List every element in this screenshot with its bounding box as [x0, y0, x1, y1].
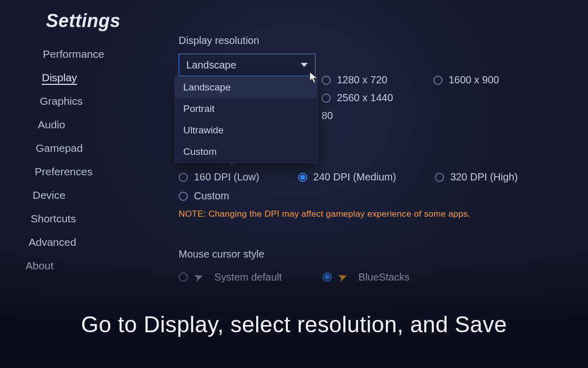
- radio-icon: [435, 173, 444, 182]
- sidebar-item-graphics[interactable]: Graphics: [31, 91, 136, 111]
- radio-icon: [322, 94, 331, 103]
- radio-icon: [298, 173, 307, 182]
- dpi-custom-label: Custom: [194, 190, 229, 202]
- sidebar-item-display[interactable]: Display: [33, 67, 136, 88]
- resolution-option-1600x900[interactable]: 1600 x 900: [433, 74, 499, 86]
- cursor-option-label: BlueStacks: [358, 271, 409, 283]
- resolution-option-2560x1440[interactable]: 2560 x 1440: [322, 92, 393, 104]
- dpi-label: 160 DPI (Low): [194, 171, 259, 183]
- orientation-option-portrait[interactable]: Portrait: [175, 98, 317, 120]
- display-resolution-label: Display resolution: [179, 35, 567, 47]
- cursor-system-icon: ➤: [192, 269, 205, 285]
- sidebar-item-shortcuts[interactable]: Shortcuts: [21, 209, 136, 229]
- resolution-label: 2560 x 1440: [337, 92, 393, 104]
- dpi-option-320[interactable]: 320 DPI (High): [435, 171, 518, 183]
- chevron-down-icon: [301, 63, 308, 67]
- cursor-bluestacks-icon: ➤: [336, 269, 349, 285]
- resolution-partial-label: 80: [322, 110, 333, 122]
- dpi-warning-note: NOTE: Changing the DPI may affect gamepl…: [179, 209, 567, 219]
- resolution-label: 1280 x 720: [337, 74, 387, 86]
- sidebar-item-audio[interactable]: Audio: [29, 114, 136, 135]
- dpi-label: 240 DPI (Medium): [313, 171, 396, 183]
- sidebar-item-performance[interactable]: Performance: [34, 44, 136, 64]
- cursor-option-system-default[interactable]: ➤ System default: [179, 270, 282, 284]
- dpi-option-160[interactable]: 160 DPI (Low): [179, 171, 259, 183]
- sidebar-item-gamepad[interactable]: Gamepad: [27, 138, 136, 158]
- resolution-option-1280x720[interactable]: 1280 x 720: [322, 74, 387, 86]
- radio-icon: [179, 173, 188, 182]
- mouse-cursor-section: Mouse cursor style ➤ System default ➤ Bl…: [179, 248, 567, 284]
- radio-icon: [179, 192, 188, 201]
- sidebar-item-device[interactable]: Device: [23, 185, 136, 205]
- dpi-option-custom[interactable]: Custom: [179, 190, 229, 202]
- resolution-options: 1280 x 720 1600 x 900 2560 x 1440 80: [322, 74, 567, 128]
- display-panel: Display resolution Landscape Landscape P…: [179, 35, 567, 76]
- settings-sidebar: Performance Display Graphics Audio Gamep…: [23, 44, 136, 279]
- sidebar-item-about[interactable]: About: [16, 256, 136, 276]
- cursor-option-bluestacks[interactable]: ➤ BlueStacks: [323, 270, 409, 284]
- orientation-selected-value: Landscape: [186, 59, 301, 71]
- orientation-option-custom[interactable]: Custom: [175, 141, 317, 163]
- orientation-dropdown[interactable]: Landscape: [179, 54, 315, 76]
- cursor-option-label: System default: [214, 271, 282, 283]
- dpi-option-240[interactable]: 240 DPI (Medium): [298, 171, 396, 183]
- orientation-option-landscape[interactable]: Landscape: [175, 77, 317, 98]
- radio-icon: [323, 272, 332, 282]
- radio-icon: [179, 272, 188, 282]
- sidebar-item-advanced[interactable]: Advanced: [19, 232, 136, 252]
- orientation-dropdown-list: Landscape Portrait Ultrawide Custom: [175, 76, 317, 163]
- instruction-caption: Go to Display, select resolution, and Sa…: [0, 312, 588, 337]
- mouse-cursor-label: Mouse cursor style: [179, 248, 567, 260]
- page-title: Settings: [46, 10, 120, 32]
- radio-icon: [433, 76, 443, 85]
- dpi-label: 320 DPI (High): [450, 171, 518, 183]
- sidebar-item-preferences[interactable]: Preferences: [26, 162, 136, 182]
- resolution-label: 1600 x 900: [449, 74, 499, 86]
- radio-icon: [322, 76, 331, 85]
- orientation-option-ultrawide[interactable]: Ultrawide: [175, 120, 317, 141]
